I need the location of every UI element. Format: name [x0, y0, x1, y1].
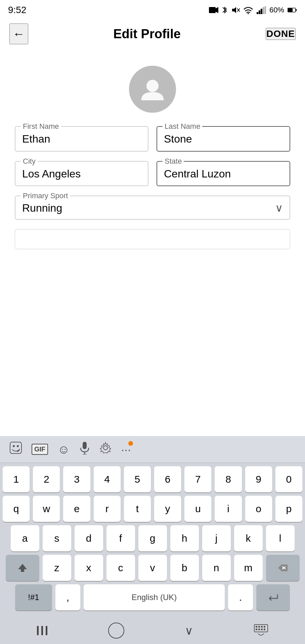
top-nav: ← Edit Profile DONE — [0, 19, 305, 49]
key-x[interactable]: x — [75, 555, 103, 581]
key-4[interactable]: 4 — [94, 466, 121, 492]
key-l[interactable]: l — [266, 525, 295, 551]
space-key[interactable]: English (UK) — [84, 584, 225, 610]
key-d[interactable]: d — [75, 525, 103, 551]
location-row: City Los Angeles State Central Luzon — [15, 161, 290, 186]
name-row: First Name Ethan Last Name Stone — [15, 126, 290, 152]
key-5[interactable]: 5 — [124, 466, 151, 492]
svg-rect-13 — [296, 9, 297, 11]
mute-icon — [231, 6, 240, 14]
svg-rect-34 — [264, 629, 265, 630]
key-t[interactable]: t — [124, 496, 151, 522]
key-o[interactable]: o — [245, 496, 272, 522]
avatar-container[interactable] — [15, 59, 290, 126]
key-u[interactable]: u — [184, 496, 211, 522]
nav-lines-button[interactable] — [37, 626, 47, 635]
last-name-field[interactable]: Last Name Stone — [157, 126, 290, 152]
symbol-key[interactable]: !#1 — [15, 584, 52, 610]
period-key[interactable]: . — [228, 584, 253, 610]
content-area: First Name Ethan Last Name Stone City Lo… — [0, 49, 305, 256]
gif-button[interactable]: GIF — [32, 444, 48, 455]
svg-marker-2 — [232, 7, 236, 13]
comma-key[interactable]: , — [55, 584, 80, 610]
primary-sport-field[interactable]: Primary Sport Running ∨ — [15, 196, 290, 220]
svg-point-17 — [17, 445, 19, 447]
svg-point-21 — [103, 446, 107, 450]
key-e[interactable]: e — [63, 496, 90, 522]
state-field[interactable]: State Central Luzon — [157, 161, 290, 186]
number-row: 1 2 3 4 5 6 7 8 9 0 — [3, 466, 302, 492]
first-name-field[interactable]: First Name Ethan — [15, 126, 148, 152]
key-6[interactable]: 6 — [154, 466, 181, 492]
key-g[interactable]: g — [138, 525, 167, 551]
shift-icon — [17, 563, 28, 573]
last-name-value: Stone — [164, 133, 192, 145]
svg-rect-8 — [261, 9, 262, 14]
svg-rect-33 — [261, 629, 263, 630]
key-z[interactable]: z — [43, 555, 71, 581]
key-m[interactable]: m — [234, 555, 263, 581]
keyboard-hide-button[interactable] — [254, 624, 268, 637]
key-f[interactable]: f — [106, 525, 135, 551]
emoji-button[interactable]: ☺ — [57, 442, 70, 457]
sticker-button[interactable] — [9, 441, 22, 457]
key-p[interactable]: p — [275, 496, 302, 522]
svg-rect-26 — [254, 625, 268, 632]
key-0[interactable]: 0 — [275, 466, 302, 492]
backspace-key[interactable] — [266, 555, 300, 581]
key-9[interactable]: 9 — [245, 466, 272, 492]
key-j[interactable]: j — [202, 525, 231, 551]
done-button[interactable]: DONE — [266, 28, 296, 40]
avatar[interactable] — [129, 66, 176, 113]
keyboard-toolbar: GIF ☺ ⋯ — [0, 436, 305, 463]
microphone-icon — [79, 441, 90, 454]
key-h[interactable]: h — [170, 525, 199, 551]
key-v[interactable]: v — [138, 555, 167, 581]
more-options-button[interactable]: ⋯ — [121, 442, 132, 457]
status-bar: 9:52 60% — [0, 0, 305, 19]
key-y[interactable]: y — [154, 496, 181, 522]
asdf-row: a s d f g h j k l — [3, 525, 302, 551]
notification-dot — [128, 441, 133, 446]
gif-label: GIF — [34, 445, 45, 453]
key-2[interactable]: 2 — [33, 466, 60, 492]
key-r[interactable]: r — [94, 496, 121, 522]
sport-row: Primary Sport Running ∨ — [15, 196, 290, 220]
microphone-button[interactable] — [79, 441, 90, 458]
battery-icon — [288, 7, 297, 13]
svg-rect-31 — [256, 629, 257, 630]
toolbar-icons: GIF ☺ ⋯ — [9, 441, 132, 458]
state-value: Central Luzon — [164, 168, 231, 180]
home-button[interactable] — [108, 623, 124, 639]
status-time: 9:52 — [8, 5, 27, 15]
keyboard-keys: 1 2 3 4 5 6 7 8 9 0 q w e r t y u i o p … — [0, 463, 305, 617]
sport-value: Running — [22, 202, 62, 214]
back-nav-button[interactable]: ∨ — [185, 624, 193, 637]
shift-key[interactable] — [6, 555, 39, 581]
key-3[interactable]: 3 — [63, 466, 90, 492]
key-1[interactable]: 1 — [3, 466, 30, 492]
svg-rect-28 — [258, 626, 260, 628]
back-button[interactable]: ← — [9, 23, 28, 44]
key-7[interactable]: 7 — [184, 466, 211, 492]
settings-button[interactable] — [99, 442, 112, 457]
city-field[interactable]: City Los Angeles — [15, 161, 148, 186]
key-n[interactable]: n — [202, 555, 231, 581]
key-q[interactable]: q — [3, 496, 30, 522]
sport-label: Primary Sport — [21, 192, 70, 200]
keyboard-area: GIF ☺ ⋯ — [0, 436, 305, 644]
key-a[interactable]: a — [11, 525, 39, 551]
page-title: Edit Profile — [113, 27, 181, 41]
key-s[interactable]: s — [43, 525, 71, 551]
first-name-label: First Name — [21, 122, 61, 131]
svg-rect-9 — [263, 7, 264, 14]
key-k[interactable]: k — [234, 525, 263, 551]
partial-text-field[interactable] — [15, 229, 290, 249]
key-b[interactable]: b — [170, 555, 199, 581]
key-8[interactable]: 8 — [215, 466, 242, 492]
enter-key[interactable] — [256, 584, 290, 610]
key-c[interactable]: c — [106, 555, 135, 581]
enter-icon — [268, 593, 278, 602]
key-i[interactable]: i — [215, 496, 242, 522]
key-w[interactable]: w — [33, 496, 60, 522]
